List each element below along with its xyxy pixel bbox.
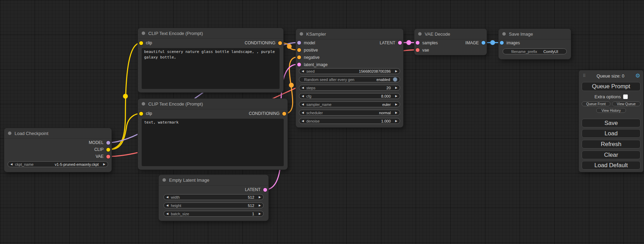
increment-arrow-icon[interactable]: ▶ [395,70,397,73]
view-history-button[interactable]: View History [596,108,626,113]
clip-output-port[interactable] [106,148,110,152]
drag-handle-icon[interactable]: ⠿ [583,74,586,78]
node-titlebar[interactable]: VAE Decode [414,29,487,39]
increment-arrow-icon[interactable]: ▶ [395,87,397,89]
conditioning-output-port[interactable] [282,112,286,116]
images-input-port[interactable] [500,41,504,45]
node-titlebar[interactable]: Load Checkpoint [4,128,112,139]
vae-input-port[interactable] [416,48,420,52]
collapse-dot-icon[interactable] [300,32,303,36]
collapse-dot-icon[interactable] [418,32,422,36]
increment-arrow-icon[interactable]: ▶ [259,196,261,199]
collapse-dot-icon[interactable] [162,178,166,182]
node-vae-decode[interactable]: VAE Decode samples vae IMAGE [414,29,487,55]
decrement-arrow-icon[interactable]: ◀ [302,87,304,89]
node-titlebar[interactable]: CLIP Text Encode (Prompt) [138,28,283,39]
prompt-textarea[interactable]: beautiful scenery nature glass bottle la… [142,48,280,89]
node-ksampler[interactable]: KSampler model positive negative latent_… [296,29,403,127]
widget-value: 512 [248,204,254,208]
increment-arrow-icon[interactable]: ▶ [395,95,397,98]
prompt-textarea[interactable]: text, watermark [142,119,284,166]
node-clip-text-encode-negative[interactable]: CLIP Text Encode (Prompt) clip CONDITION… [138,99,288,170]
increment-arrow-icon[interactable]: ▶ [259,213,261,215]
image-output-port[interactable] [482,41,485,45]
widget-batch-size[interactable]: ◀ batch_size 1 ▶ [164,211,264,217]
negative-input-port[interactable] [297,55,301,59]
model-input-label: model [304,40,315,45]
decrement-arrow-icon[interactable]: ◀ [166,204,168,207]
increment-arrow-icon[interactable]: ▶ [395,120,397,123]
widget-cfg[interactable]: ◀ cfg 8.000 ▶ [299,93,400,99]
latent-image-input-label: latent_image [304,62,328,67]
node-load-checkpoint[interactable]: Load Checkpoint MODEL CLIP VAE ◀ ckpt_na… [4,128,112,172]
vae-input-label: vae [422,48,429,53]
widget-value: 20 [387,86,391,90]
increment-arrow-icon[interactable]: ▶ [259,204,261,207]
load-button[interactable]: Load [582,129,641,138]
widget-filename-prefix[interactable]: filename_prefix ComfyUI [503,48,567,54]
decrement-arrow-icon[interactable]: ◀ [166,196,168,199]
widget-label: batch_size [171,212,189,216]
node-save-image[interactable]: Save Image images filename_prefix ComfyU… [499,29,571,59]
node-title: CLIP Text Encode (Prompt) [148,101,203,107]
collapse-dot-icon[interactable] [142,102,145,106]
widget-value: 156680208700286 [359,69,391,73]
decrement-arrow-icon[interactable]: ◀ [302,120,304,123]
decrement-arrow-icon[interactable]: ◀ [302,103,304,106]
widget-label: height [171,204,181,208]
decrement-arrow-icon[interactable]: ◀ [302,111,304,114]
widget-random-seed-toggle[interactable]: Random seed after every gen enabled [299,76,400,82]
widget-value: 1 [252,212,254,216]
decrement-arrow-icon[interactable]: ◀ [302,95,304,98]
load-default-button[interactable]: Load Default [582,161,641,170]
node-titlebar[interactable]: CLIP Text Encode (Prompt) [138,99,288,109]
queue-front-button[interactable]: Queue Front [582,101,610,106]
node-title: CLIP Text Encode (Prompt) [148,31,203,36]
widget-steps[interactable]: ◀ steps 20 ▶ [299,85,400,91]
collapse-dot-icon[interactable] [502,32,506,36]
latent-output-port[interactable] [263,188,267,192]
refresh-button[interactable]: Refresh [582,140,641,148]
widget-sampler-name[interactable]: ◀ sampler_name euler ▶ [299,101,400,107]
widget-value: euler [382,102,390,107]
node-titlebar[interactable]: KSampler [296,29,403,39]
positive-input-port[interactable] [297,48,301,52]
decrement-arrow-icon[interactable]: ◀ [302,70,304,73]
node-empty-latent-image[interactable]: Empty Latent Image LATENT ◀ width 512 ▶ … [159,175,268,221]
collapse-dot-icon[interactable] [8,132,11,135]
conditioning-output-port[interactable] [278,41,282,45]
widget-value: v1-5-pruned-emaonly.ckpt [55,162,99,166]
widget-seed[interactable]: ◀ seed 156680208700286 ▶ [299,68,400,74]
clear-button[interactable]: Clear [582,151,641,159]
decrement-arrow-icon[interactable]: ◀ [166,213,168,215]
samples-input-port[interactable] [416,41,420,45]
node-graph-canvas[interactable]: Load Checkpoint MODEL CLIP VAE ◀ ckpt_na… [0,0,644,244]
decrement-arrow-icon[interactable]: ◀ [10,163,12,166]
widget-scheduler[interactable]: ◀ scheduler normal ▶ [299,110,400,116]
clip-input-port[interactable] [139,112,143,116]
queue-prompt-button[interactable]: Queue Prompt [582,82,641,91]
extra-options-checkbox[interactable] [623,94,628,99]
widget-width[interactable]: ◀ width 512 ▶ [164,194,264,200]
widget-denoise[interactable]: ◀ denoise 1.000 ▶ [299,118,400,124]
node-titlebar[interactable]: Save Image [499,29,571,39]
clip-input-port[interactable] [139,41,143,45]
widget-ckpt-name[interactable]: ◀ ckpt_name v1-5-pruned-emaonly.ckpt ▶ [8,161,108,167]
latent-image-input-port[interactable] [297,63,301,66]
queue-menu-panel: ⠿ Queue size: 0 ⚙ Queue Prompt Extra opt… [579,70,643,172]
widget-height[interactable]: ◀ height 512 ▶ [164,202,264,208]
increment-arrow-icon[interactable]: ▶ [395,103,397,106]
increment-arrow-icon[interactable]: ▶ [395,111,397,114]
latent-output-port[interactable] [398,41,402,45]
node-clip-text-encode-positive[interactable]: CLIP Text Encode (Prompt) clip CONDITION… [138,28,283,92]
increment-arrow-icon[interactable]: ▶ [103,163,105,166]
model-output-port[interactable] [106,141,110,145]
vae-output-port[interactable] [106,155,110,159]
view-queue-button[interactable]: View Queue [612,101,641,106]
gear-icon[interactable]: ⚙ [635,73,640,79]
model-input-port[interactable] [297,41,301,45]
collapse-dot-icon[interactable] [142,31,145,35]
save-button[interactable]: Save [582,119,641,127]
node-titlebar[interactable]: Empty Latent Image [159,175,268,186]
toggle-circle-icon[interactable] [393,77,397,82]
